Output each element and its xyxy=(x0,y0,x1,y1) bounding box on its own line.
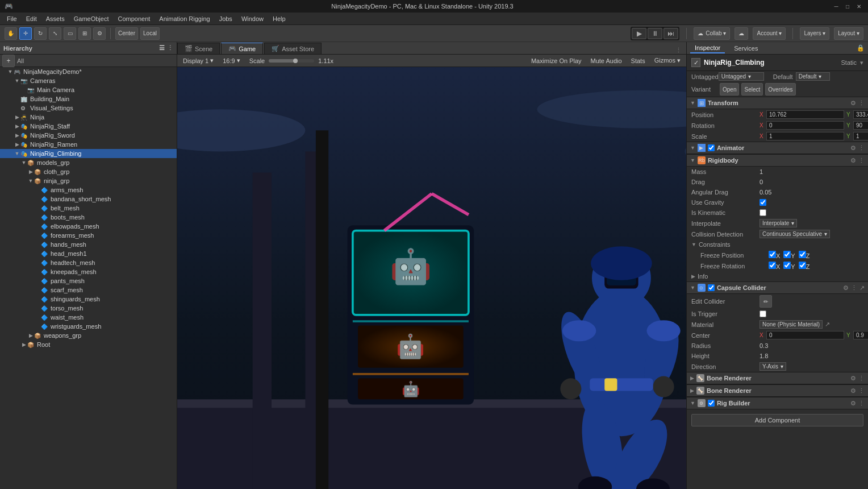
material-dropdown[interactable]: None (Physic Material) xyxy=(760,320,823,329)
interpolate-dropdown[interactable]: Interpolate ▾ xyxy=(760,219,797,227)
menu-item-jobs[interactable]: Jobs xyxy=(215,14,237,23)
freeze-pos-y[interactable] xyxy=(783,251,791,258)
maximize-button[interactable]: □ xyxy=(843,2,852,11)
hierarchy-item[interactable]: 🔷scarf_mesh xyxy=(0,285,177,295)
open-button[interactable]: Open xyxy=(720,83,739,96)
hierarchy-item[interactable]: 🔷boots_mesh xyxy=(0,213,177,222)
hierarchy-item[interactable]: 📷Main Camera xyxy=(0,85,177,94)
center-x-input[interactable] xyxy=(766,331,844,339)
animator-enabled[interactable] xyxy=(708,144,715,151)
inspector-tab[interactable]: Inspector xyxy=(690,43,725,53)
tag-dropdown[interactable]: Untagged ▾ xyxy=(719,72,764,81)
hierarchy-item[interactable]: 🔷waist_mesh xyxy=(0,313,177,322)
freeze-pos-x[interactable] xyxy=(769,251,776,258)
mute-audio-btn[interactable]: Mute Audio xyxy=(589,57,624,64)
pause-button[interactable]: ⏸ xyxy=(648,28,662,39)
use-gravity-checkbox[interactable] xyxy=(760,199,766,206)
rect-tool-button[interactable]: ▭ xyxy=(64,27,76,40)
hierarchy-item[interactable]: 🔷headtech_mesh xyxy=(0,258,177,267)
hierarchy-item[interactable]: ⚙Visual_Settings xyxy=(0,103,177,113)
freeze-rot-x[interactable] xyxy=(769,262,776,269)
hierarchy-item[interactable]: ▶📦weapons_grp xyxy=(0,331,177,340)
hierarchy-item[interactable]: ▶📦Root xyxy=(0,340,177,349)
scale-y-input[interactable] xyxy=(853,132,868,140)
is-kinematic-checkbox[interactable] xyxy=(760,209,766,216)
edit-collider-button[interactable]: ✏ xyxy=(760,295,772,308)
menu-item-help[interactable]: Help xyxy=(268,14,290,23)
step-button[interactable]: ⏭ xyxy=(663,28,678,39)
pos-x-input[interactable] xyxy=(766,110,844,119)
select-button[interactable]: Select xyxy=(741,83,763,96)
scale-tool-button[interactable]: ⤡ xyxy=(49,27,61,40)
hierarchy-item[interactable]: 🏢Building_Main xyxy=(0,94,177,103)
direction-dropdown[interactable]: Y-Axis ▾ xyxy=(760,362,786,371)
hierarchy-item[interactable]: ▼📦models_grp xyxy=(0,158,177,167)
layer-dropdown[interactable]: Default ▾ xyxy=(796,72,830,81)
menu-item-assets[interactable]: Assets xyxy=(41,14,69,23)
tab-asset-store[interactable]: 🛒 Asset Store xyxy=(264,43,322,54)
rot-y-input[interactable] xyxy=(853,121,868,130)
cloud-button[interactable]: ☁ xyxy=(735,27,748,40)
collision-dropdown[interactable]: Continuous Speculative ▾ xyxy=(760,230,830,238)
hierarchy-item[interactable]: 🔷pants_mesh xyxy=(0,276,177,285)
layout-button[interactable]: Layout ▾ xyxy=(834,27,863,40)
bone-renderer-2-header[interactable]: ▶ 🦴 Bone Renderer ⚙ ⋮ xyxy=(687,384,868,397)
menu-item-component[interactable]: Component xyxy=(113,14,155,23)
minimize-button[interactable]: ─ xyxy=(832,2,841,11)
rig-builder-header[interactable]: ▼ ⚙ Rig Builder ⚙ ⋮ xyxy=(687,397,868,409)
hierarchy-item[interactable]: 🔷head_mesh1 xyxy=(0,249,177,258)
hierarchy-item[interactable]: ▼📷Cameras xyxy=(0,76,177,85)
pos-y-input[interactable] xyxy=(853,110,868,119)
capsule-collider-header[interactable]: ▼ ⊙ Capsule Collider ⚙ ⋮ ↗ xyxy=(687,281,868,294)
display-selector[interactable]: Display 1 ▾ xyxy=(181,57,216,64)
hierarchy-item[interactable]: 🔷forearms_mesh xyxy=(0,231,177,240)
active-checkbox[interactable]: ✓ xyxy=(691,58,700,67)
hand-tool-button[interactable]: ✋ xyxy=(5,27,17,40)
overrides-button[interactable]: Overrides xyxy=(765,83,795,96)
animator-component-header[interactable]: ▼ ▶ Animator ⚙ ⋮ xyxy=(687,142,868,154)
move-tool-button[interactable]: ✛ xyxy=(19,27,32,40)
collider-enabled[interactable] xyxy=(708,284,715,291)
hierarchy-item[interactable]: 🔷hands_mesh xyxy=(0,240,177,249)
hierarchy-item[interactable]: ▼🎮NinjaMegacityDemo* xyxy=(0,67,177,76)
hierarchy-dots[interactable]: ⋮ xyxy=(167,44,173,52)
hierarchy-item[interactable]: ▶🎭NinjaRig_Staff xyxy=(0,122,177,131)
scale-slider[interactable] xyxy=(269,59,314,63)
account-button[interactable]: Account ▾ xyxy=(753,27,786,40)
inspector-lock-icon[interactable]: 🔒 xyxy=(857,44,865,52)
gizmos-btn[interactable]: Gizmos ▾ xyxy=(652,57,683,64)
local-button[interactable]: Local xyxy=(140,27,160,40)
stats-btn[interactable]: Stats xyxy=(629,57,648,64)
transform-component-header[interactable]: ▼ ⊞ Transform ⚙ ⋮ xyxy=(687,97,868,109)
aspect-selector[interactable]: 16:9 ▾ xyxy=(220,57,242,64)
hierarchy-add-button[interactable]: + xyxy=(2,55,15,67)
services-tab[interactable]: Services xyxy=(729,44,762,53)
rig-builder-enabled[interactable] xyxy=(708,400,715,407)
hierarchy-item[interactable]: 🔷bandana_short_mesh xyxy=(0,194,177,204)
hierarchy-item[interactable]: 🔷wristguards_mesh xyxy=(0,322,177,331)
tab-scene[interactable]: 🎬 Scene xyxy=(177,43,220,54)
layers-button[interactable]: Layers ▾ xyxy=(800,27,829,40)
hierarchy-item[interactable]: ▶📦cloth_grp xyxy=(0,167,177,176)
hierarchy-item[interactable]: ▶🥷Ninja xyxy=(0,113,177,122)
menu-item-file[interactable]: File xyxy=(2,14,22,23)
menu-item-window[interactable]: Window xyxy=(237,14,268,23)
menu-item-edit[interactable]: Edit xyxy=(22,14,41,23)
freeze-rot-y[interactable] xyxy=(783,262,791,269)
rigidbody-component-header[interactable]: ▼ Rb Rigidbody ⚙ ⋮ xyxy=(687,154,868,167)
collab-button[interactable]: ☁ Collab ▾ xyxy=(694,27,730,40)
hierarchy-item[interactable]: ▼🎭NinjaRig_Climbing xyxy=(0,149,177,158)
custom-tool-button[interactable]: ⚙ xyxy=(93,27,106,40)
hierarchy-item[interactable]: 🔷elbowpads_mesh xyxy=(0,222,177,231)
play-button[interactable]: ▶ xyxy=(632,28,646,39)
hierarchy-item[interactable]: 🔷shinguards_mesh xyxy=(0,295,177,304)
rot-x-input[interactable] xyxy=(766,121,844,130)
rotate-tool-button[interactable]: ↻ xyxy=(34,27,47,40)
freeze-pos-z[interactable] xyxy=(799,251,806,258)
hierarchy-item[interactable]: ▼📦ninja_grp xyxy=(0,176,177,185)
hierarchy-item[interactable]: 🔷kneepads_mesh xyxy=(0,267,177,276)
add-component-button[interactable]: Add Component xyxy=(691,414,863,426)
hierarchy-item[interactable]: 🔷arms_mesh xyxy=(0,185,177,194)
center-button[interactable]: Center xyxy=(115,27,138,40)
bone-renderer-1-header[interactable]: ▶ 🦴 Bone Renderer ⚙ ⋮ xyxy=(687,372,868,384)
